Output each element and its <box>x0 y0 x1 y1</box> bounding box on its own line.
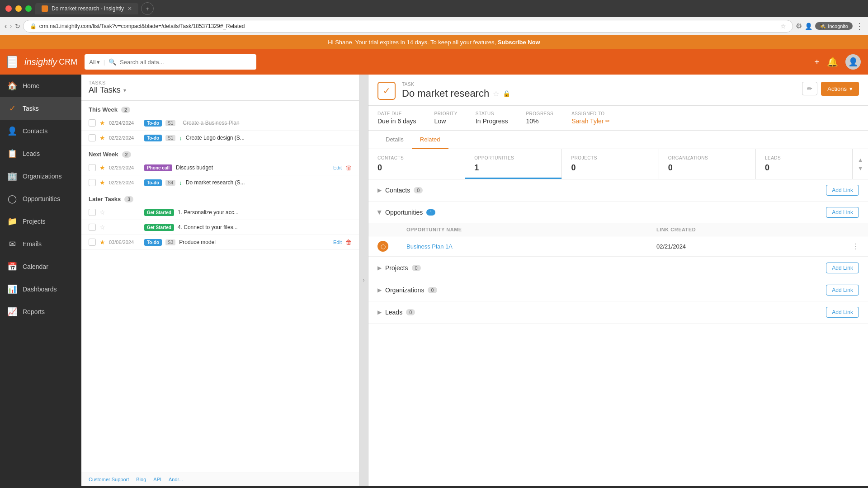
logo-area[interactable]: insightly CRM <box>24 57 77 67</box>
task-checkbox[interactable] <box>89 134 96 141</box>
table-row[interactable]: ★ 02/24/2024 To-do S1 Create a Business … <box>81 116 359 131</box>
task-list-body: This Week 2 ★ 02/24/2024 To-do S1 Create… <box>81 101 359 473</box>
table-row[interactable]: ◯ Business Plan 1A 02/21/2024 ⋮ <box>368 236 868 257</box>
browser-maximize[interactable] <box>25 5 32 12</box>
opportunity-name-link[interactable]: Business Plan 1A <box>406 243 453 250</box>
new-tab-button[interactable]: + <box>141 2 154 15</box>
chevron-down-icon: ▶ <box>377 211 383 215</box>
bookmark-icon[interactable]: ☆ <box>780 23 786 30</box>
summary-box-opportunities[interactable]: OPPORTUNITIES 1 <box>465 149 562 179</box>
detail-edit-button[interactable]: ✏ <box>802 82 817 95</box>
task-list-title[interactable]: All Tasks ▾ <box>89 85 126 95</box>
star-icon[interactable]: ☆ <box>99 224 105 231</box>
address-input[interactable] <box>39 23 778 29</box>
api-link[interactable]: API <box>153 477 161 482</box>
section-projects-header[interactable]: ▶ Projects 0 Add Link <box>368 257 868 279</box>
task-badge: To-do <box>144 135 162 141</box>
star-icon[interactable]: ★ <box>99 239 105 246</box>
reload-button[interactable]: ↻ <box>15 23 20 30</box>
organizations-add-link-button[interactable]: Add Link <box>826 285 859 296</box>
subscribe-link[interactable]: Subscribe Now <box>498 39 540 46</box>
star-icon[interactable]: ★ <box>99 134 105 141</box>
menu-icon[interactable]: ⋮ <box>855 21 863 31</box>
collapse-arrow-icon: › <box>363 277 365 283</box>
contacts-add-link-button[interactable]: Add Link <box>826 185 859 196</box>
tasks-icon: ✓ <box>7 103 17 113</box>
trial-banner: Hi Shane. Your trial expires in 14 days.… <box>0 35 868 49</box>
add-button[interactable]: + <box>814 57 820 67</box>
summary-box-contacts[interactable]: CONTACTS 0 <box>368 149 465 179</box>
table-row[interactable]: ★ 03/06/2024 To-do S3 Produce model Edit… <box>81 235 359 250</box>
task-checkbox[interactable] <box>89 119 96 127</box>
search-input[interactable] <box>120 59 252 66</box>
tab-details[interactable]: Details <box>377 131 412 149</box>
forward-button[interactable]: › <box>9 22 12 30</box>
browser-close[interactable] <box>5 5 12 12</box>
sidebar-item-projects[interactable]: 📁 Projects <box>0 210 81 233</box>
table-row[interactable]: ★ 02/29/2024 Phone call Discuss budget E… <box>81 160 359 175</box>
sidebar-item-opportunities[interactable]: ◯ Opportunities <box>0 188 81 210</box>
profile-icon[interactable]: 👤 <box>805 23 812 30</box>
summary-box-projects[interactable]: PROJECTS 0 <box>562 149 659 179</box>
task-badge: To-do <box>144 239 162 246</box>
detail-star-icon[interactable]: ☆ <box>493 89 499 98</box>
sidebar-item-contacts[interactable]: 👤 Contacts <box>0 120 81 142</box>
emails-icon: ✉ <box>7 239 17 249</box>
sidebar-item-organizations[interactable]: 🏢 Organizations <box>0 165 81 188</box>
user-avatar[interactable]: 👤 <box>845 54 861 70</box>
sidebar-item-tasks[interactable]: ✓ Tasks <box>0 97 81 120</box>
browser-minimize[interactable] <box>15 5 22 12</box>
search-all-dropdown[interactable]: All ▾ <box>89 59 99 66</box>
assigned-to-value[interactable]: Sarah Tyler ✏ <box>571 117 610 125</box>
summary-box-organizations[interactable]: ORGANIZATIONS 0 <box>659 149 756 179</box>
star-icon[interactable]: ★ <box>99 179 105 186</box>
sidebar-item-dashboards[interactable]: 📊 Dashboards <box>0 278 81 300</box>
table-row[interactable]: ★ 02/22/2024 To-do S1 ↓ Create Logo desi… <box>81 131 359 145</box>
projects-add-link-button[interactable]: Add Link <box>826 263 859 273</box>
scroll-up-button[interactable]: ▲ <box>857 157 863 163</box>
sidebar-item-leads[interactable]: 📋 Leads <box>0 142 81 165</box>
panel-collapse-toggle[interactable]: › <box>359 75 368 486</box>
customer-support-link[interactable]: Customer Support <box>89 477 129 482</box>
task-checkbox[interactable] <box>89 179 96 186</box>
sidebar-item-reports[interactable]: 📈 Reports <box>0 300 81 323</box>
delete-icon[interactable]: 🗑 <box>345 239 352 246</box>
task-checkbox[interactable] <box>89 164 96 171</box>
opportunities-add-link-button[interactable]: Add Link <box>826 207 859 218</box>
leads-icon: 📋 <box>7 149 17 159</box>
row-menu-button[interactable]: ⋮ <box>852 242 859 251</box>
hamburger-menu[interactable]: ☰ <box>7 56 17 68</box>
sidebar-item-calendar[interactable]: 📅 Calendar <box>0 255 81 278</box>
star-icon[interactable]: ☆ <box>99 209 105 216</box>
edit-link[interactable]: Edit <box>333 165 342 170</box>
leads-add-link-button[interactable]: Add Link <box>826 307 859 318</box>
sidebar-item-emails[interactable]: ✉ Emails <box>0 233 81 255</box>
tab-related[interactable]: Related <box>412 131 448 149</box>
actions-button[interactable]: Actions ▾ <box>821 82 859 96</box>
table-row[interactable]: ☆ Get Started 1. Personalize your acc... <box>81 205 359 220</box>
star-icon[interactable]: ★ <box>99 164 105 171</box>
back-button[interactable]: ‹ <box>5 22 7 30</box>
section-leads-header[interactable]: ▶ Leads 0 Add Link <box>368 301 868 323</box>
sidebar-item-home[interactable]: 🏠 Home <box>0 75 81 97</box>
task-checkbox[interactable] <box>89 209 96 216</box>
section-organizations-header[interactable]: ▶ Organizations 0 Add Link <box>368 279 868 301</box>
star-icon[interactable]: ★ <box>99 119 105 127</box>
section-contacts-header[interactable]: ▶ Contacts 0 Add Link <box>368 179 868 201</box>
task-checkbox[interactable] <box>89 239 96 246</box>
assigned-edit-icon[interactable]: ✏ <box>605 118 610 124</box>
scroll-down-button[interactable]: ▼ <box>857 165 863 171</box>
delete-icon[interactable]: 🗑 <box>345 164 352 171</box>
extensions-icon[interactable]: ⚙ <box>796 22 802 30</box>
summary-box-leads[interactable]: LEADS 0 <box>756 149 852 179</box>
notifications-button[interactable]: 🔔 <box>827 56 838 67</box>
edit-link[interactable]: Edit <box>333 239 342 245</box>
blog-link[interactable]: Blog <box>136 477 146 482</box>
tab-close-icon[interactable]: ✕ <box>127 5 132 12</box>
section-opportunities: ▶ Opportunities 1 Add Link Opportunity N <box>368 202 868 257</box>
task-checkbox[interactable] <box>89 224 96 231</box>
android-link[interactable]: Andr... <box>169 477 183 482</box>
table-row[interactable]: ☆ Get Started 4. Connect to your files..… <box>81 220 359 235</box>
section-opportunities-header[interactable]: ▶ Opportunities 1 Add Link <box>368 202 868 223</box>
table-row[interactable]: ★ 02/26/2024 To-do S4 ↓ Do market resear… <box>81 175 359 190</box>
